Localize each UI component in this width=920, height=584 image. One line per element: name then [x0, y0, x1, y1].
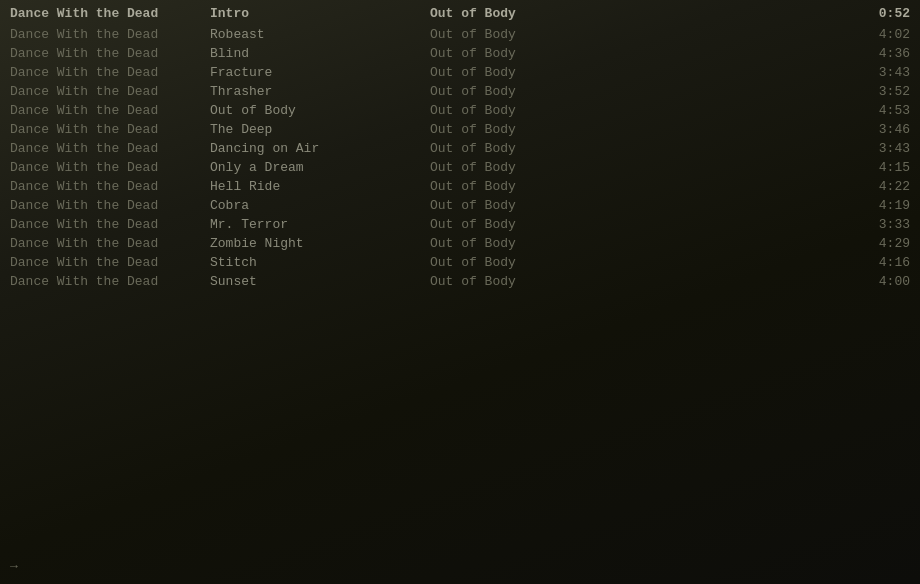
track-album: Out of Body [430, 160, 850, 175]
table-row[interactable]: Dance With the Dead Hell Ride Out of Bod… [0, 177, 920, 196]
track-title: Out of Body [210, 103, 430, 118]
track-duration: 3:43 [850, 65, 910, 80]
track-duration: 3:52 [850, 84, 910, 99]
track-title: Only a Dream [210, 160, 430, 175]
track-album: Out of Body [430, 255, 850, 270]
table-row[interactable]: Dance With the Dead The Deep Out of Body… [0, 120, 920, 139]
track-album: Out of Body [430, 46, 850, 61]
track-artist: Dance With the Dead [10, 198, 210, 213]
track-album: Out of Body [430, 217, 850, 232]
table-row[interactable]: Dance With the Dead Mr. Terror Out of Bo… [0, 215, 920, 234]
track-duration: 3:43 [850, 141, 910, 156]
track-album: Out of Body [430, 122, 850, 137]
track-artist: Dance With the Dead [10, 27, 210, 42]
track-album: Out of Body [430, 103, 850, 118]
table-row[interactable]: Dance With the Dead Cobra Out of Body 4:… [0, 196, 920, 215]
header-artist: Dance With the Dead [10, 6, 210, 21]
track-duration: 4:19 [850, 198, 910, 213]
track-artist: Dance With the Dead [10, 236, 210, 251]
table-row[interactable]: Dance With the Dead Zombie Night Out of … [0, 234, 920, 253]
track-list: Dance With the Dead Intro Out of Body 0:… [0, 0, 920, 295]
track-artist: Dance With the Dead [10, 179, 210, 194]
track-artist: Dance With the Dead [10, 122, 210, 137]
track-title: Hell Ride [210, 179, 430, 194]
track-duration: 4:29 [850, 236, 910, 251]
track-duration: 4:16 [850, 255, 910, 270]
table-row[interactable]: Dance With the Dead Sunset Out of Body 4… [0, 272, 920, 291]
track-title: Dancing on Air [210, 141, 430, 156]
track-title: Zombie Night [210, 236, 430, 251]
track-artist: Dance With the Dead [10, 217, 210, 232]
header-album: Out of Body [430, 6, 850, 21]
track-artist: Dance With the Dead [10, 255, 210, 270]
track-title: Blind [210, 46, 430, 61]
track-title: Fracture [210, 65, 430, 80]
track-list-header: Dance With the Dead Intro Out of Body 0:… [0, 4, 920, 23]
track-artist: Dance With the Dead [10, 160, 210, 175]
track-album: Out of Body [430, 65, 850, 80]
track-artist: Dance With the Dead [10, 103, 210, 118]
track-title: Thrasher [210, 84, 430, 99]
track-title: Sunset [210, 274, 430, 289]
track-album: Out of Body [430, 27, 850, 42]
track-artist: Dance With the Dead [10, 274, 210, 289]
track-duration: 4:36 [850, 46, 910, 61]
track-duration: 4:15 [850, 160, 910, 175]
table-row[interactable]: Dance With the Dead Thrasher Out of Body… [0, 82, 920, 101]
track-duration: 3:46 [850, 122, 910, 137]
track-title: The Deep [210, 122, 430, 137]
track-title: Mr. Terror [210, 217, 430, 232]
track-title: Stitch [210, 255, 430, 270]
track-duration: 4:00 [850, 274, 910, 289]
track-album: Out of Body [430, 236, 850, 251]
track-duration: 3:33 [850, 217, 910, 232]
track-duration: 4:53 [850, 103, 910, 118]
table-row[interactable]: Dance With the Dead Blind Out of Body 4:… [0, 44, 920, 63]
track-title: Robeast [210, 27, 430, 42]
track-album: Out of Body [430, 198, 850, 213]
track-album: Out of Body [430, 141, 850, 156]
track-album: Out of Body [430, 274, 850, 289]
track-album: Out of Body [430, 179, 850, 194]
table-row[interactable]: Dance With the Dead Robeast Out of Body … [0, 25, 920, 44]
track-artist: Dance With the Dead [10, 65, 210, 80]
track-artist: Dance With the Dead [10, 84, 210, 99]
table-row[interactable]: Dance With the Dead Only a Dream Out of … [0, 158, 920, 177]
track-album: Out of Body [430, 84, 850, 99]
track-duration: 4:22 [850, 179, 910, 194]
header-duration: 0:52 [850, 6, 910, 21]
track-title: Cobra [210, 198, 430, 213]
table-row[interactable]: Dance With the Dead Dancing on Air Out o… [0, 139, 920, 158]
arrow-indicator: → [10, 559, 18, 574]
table-row[interactable]: Dance With the Dead Fracture Out of Body… [0, 63, 920, 82]
track-artist: Dance With the Dead [10, 141, 210, 156]
table-row[interactable]: Dance With the Dead Stitch Out of Body 4… [0, 253, 920, 272]
header-title: Intro [210, 6, 430, 21]
track-duration: 4:02 [850, 27, 910, 42]
track-artist: Dance With the Dead [10, 46, 210, 61]
table-row[interactable]: Dance With the Dead Out of Body Out of B… [0, 101, 920, 120]
